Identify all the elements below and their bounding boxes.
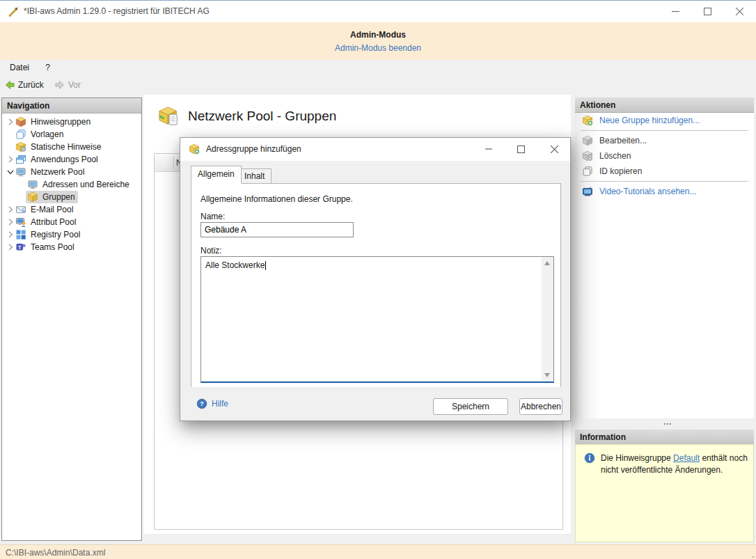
window-title: *IBI-aws Admin 1.29.0 - registriert für … [24, 6, 210, 16]
dialog-description: Allgemeine Informationen dieser Gruppe. [200, 194, 353, 204]
navigation-panel: Navigation Hinweisgruppen Vorlagen Stati… [1, 97, 142, 541]
delete-icon [582, 150, 593, 162]
nav-item-email-pool[interactable]: E-Mail Pool [2, 203, 141, 216]
maximize-icon [704, 8, 711, 15]
attribute-pool-icon [15, 216, 26, 228]
nav-item-hinweisgruppen[interactable]: Hinweisgruppen [2, 116, 141, 128]
action-delete: Löschen [575, 148, 754, 164]
app-icon [7, 6, 19, 18]
cancel-button[interactable]: Abbrechen [519, 398, 562, 415]
nav-item-statische-hinweise[interactable]: Statische Hinweise [2, 141, 141, 153]
expander-collapsed-icon[interactable] [5, 205, 14, 214]
dialog-footer: Hilfe Speichern Abbrechen [180, 387, 570, 420]
admin-mode-banner: Admin-Modus Admin-Modus beenden [0, 22, 756, 60]
app-window: *IBI-aws Admin 1.29.0 - registriert für … [0, 0, 756, 559]
dialog-minimize-button[interactable] [474, 139, 503, 159]
scroll-down-icon[interactable] [544, 373, 550, 377]
back-button[interactable]: Zurück [0, 76, 48, 93]
nav-item-gruppen[interactable]: Gruppen [2, 191, 141, 203]
action-copy-id: ID kopieren [575, 164, 754, 179]
window-titlebar: *IBI-aws Admin 1.29.0 - registriert für … [0, 1, 756, 22]
expander-collapsed-icon[interactable] [5, 230, 14, 239]
name-field[interactable] [200, 222, 354, 237]
admin-mode-exit-link[interactable]: Admin-Modus beenden [0, 43, 756, 53]
maximize-icon [517, 145, 525, 153]
separator [581, 130, 748, 131]
nav-item-teams-pool[interactable]: Teams Pool [2, 241, 141, 253]
expander-collapsed-icon[interactable] [5, 218, 14, 227]
window-minimize-button[interactable] [659, 1, 691, 22]
dialog-title: Adressgruppe hinzufügen [206, 144, 301, 154]
menu-help[interactable]: ? [38, 60, 57, 75]
nav-item-registry-pool[interactable]: Registry Pool [2, 228, 141, 241]
default-group-link[interactable]: Default [673, 453, 700, 463]
add-address-group-dialog: Adressgruppe hinzufügen Allgemein Inhalt… [180, 137, 571, 421]
expander-collapsed-icon[interactable] [5, 243, 14, 252]
name-label: Name: [200, 212, 225, 221]
network-groups-icon [159, 106, 180, 127]
teams-pool-icon [15, 242, 26, 253]
nav-item-anwendungs-pool[interactable]: Anwendungs Pool [2, 153, 141, 166]
info-icon [584, 452, 595, 464]
scroll-up-icon[interactable] [544, 261, 550, 265]
copy-id-icon [582, 166, 593, 177]
column-separator [173, 156, 174, 169]
information-text: Die Hinweisgruppe Default enthält noch n… [601, 452, 748, 476]
actions-header: Aktionen [575, 97, 754, 113]
close-icon [736, 8, 743, 15]
information-header: Information [575, 430, 754, 445]
back-arrow-icon [4, 79, 15, 90]
window-close-button[interactable] [723, 1, 755, 22]
note-label: Notiz: [200, 246, 222, 255]
close-icon [551, 145, 558, 153]
dialog-maximize-button[interactable] [506, 139, 535, 159]
panel-splitter[interactable] [575, 418, 754, 430]
app-pool-icon [15, 154, 26, 165]
status-bar: C:\IBI-aws\Admin\Data.xml [0, 544, 756, 559]
navigation-tree: Hinweisgruppen Vorlagen Statische Hinwei… [2, 113, 141, 253]
nav-item-netzwerk-pool[interactable]: Netzwerk Pool [2, 166, 141, 178]
tab-inhalt[interactable]: Inhalt [237, 168, 271, 184]
templates-icon [15, 129, 26, 140]
expander-collapsed-icon[interactable] [5, 118, 14, 127]
minimize-icon [485, 145, 492, 152]
menu-datei[interactable]: Datei [3, 60, 36, 75]
addresses-icon [27, 179, 38, 190]
nav-item-attribut-pool[interactable]: Attribut Pool [2, 216, 141, 228]
help-link[interactable]: Hilfe [196, 398, 228, 409]
note-scrollbar[interactable] [542, 257, 553, 381]
window-maximize-button[interactable] [691, 1, 723, 22]
action-video-tutorials[interactable]: Video-Tutorials ansehen... [575, 184, 754, 199]
nav-item-adressen-und-bereiche[interactable]: Adressen und Bereiche [2, 178, 141, 191]
toolbar: Zurück Vor [0, 76, 756, 93]
expander-expanded-icon[interactable] [5, 168, 14, 177]
navigation-header: Navigation [2, 98, 141, 113]
page-title-row: Netzwerk Pool - Gruppen [159, 106, 336, 127]
splitter-dots-icon [664, 423, 666, 425]
forward-arrow-icon [54, 79, 65, 90]
registry-pool-icon [15, 229, 26, 240]
information-panel: Die Hinweisgruppe Default enthält noch n… [575, 444, 754, 542]
groups-icon [27, 191, 38, 203]
action-edit: Bearbeiten... [575, 133, 754, 148]
email-pool-icon [15, 204, 26, 215]
dialog-titlebar[interactable]: Adressgruppe hinzufügen [180, 138, 570, 161]
dialog-tab-page: Allgemeine Informationen dieser Gruppe. … [191, 183, 561, 388]
page-title: Netzwerk Pool - Gruppen [188, 109, 336, 124]
save-button[interactable]: Speichern [433, 398, 508, 415]
add-group-icon [582, 115, 593, 126]
expander-collapsed-icon[interactable] [5, 155, 14, 164]
notice-group-icon [15, 116, 26, 127]
note-field[interactable]: Alle Stockwerke [200, 256, 554, 383]
actions-panel: Neue Gruppe hinzufügen... Bearbeiten... … [575, 113, 754, 418]
resize-grip-icon[interactable] [753, 556, 754, 558]
edit-icon [582, 135, 593, 146]
dialog-close-button[interactable] [540, 139, 569, 159]
add-group-dialog-icon [189, 143, 200, 155]
network-pool-icon [15, 166, 26, 178]
admin-mode-title: Admin-Modus [0, 30, 756, 40]
action-add-group[interactable]: Neue Gruppe hinzufügen... [575, 113, 754, 128]
tab-allgemein[interactable]: Allgemein [191, 166, 242, 184]
nav-item-vorlagen[interactable]: Vorlagen [2, 128, 141, 141]
separator [581, 181, 748, 182]
